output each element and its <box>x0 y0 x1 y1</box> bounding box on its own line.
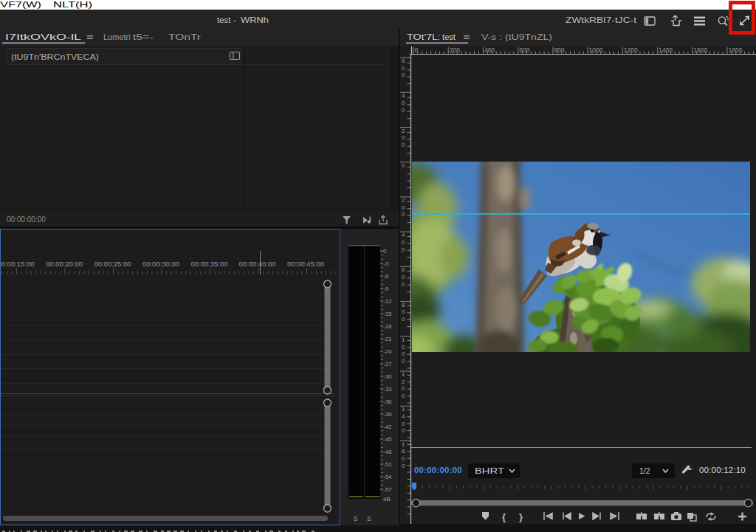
svg-text:0: 0 <box>402 350 405 357</box>
svg-text:TOt'7L: test: TOt'7L: test <box>407 32 456 41</box>
svg-text:-33: -33 <box>383 386 392 393</box>
svg-text:V-s : (tU9TnZL): V-s : (tU9TnZL) <box>481 32 552 41</box>
svg-text:test -: test - <box>217 15 236 24</box>
svg-text:0: 0 <box>402 463 405 469</box>
svg-text:0: 0 <box>383 248 387 255</box>
svg-text:-18: -18 <box>383 323 392 330</box>
svg-text:1: 1 <box>402 441 405 448</box>
svg-text:TOnTr: TOnTr <box>168 32 201 41</box>
svg-text:-45: -45 <box>383 436 392 443</box>
svg-text:-57: -57 <box>383 486 392 493</box>
svg-text:ZWtkRBI7-tJC-t: ZWtkRBI7-tJC-t <box>566 15 636 24</box>
svg-text:6: 6 <box>402 448 405 455</box>
svg-text:4: 4 <box>402 232 405 238</box>
svg-text:0: 0 <box>402 385 405 392</box>
svg-text:2: 2 <box>402 128 405 134</box>
svg-text:0: 0 <box>402 308 405 315</box>
svg-text:600: 600 <box>519 46 529 54</box>
svg-text:0: 0 <box>402 162 405 169</box>
svg-text:4: 4 <box>402 92 405 99</box>
svg-text:-51: -51 <box>383 461 392 468</box>
svg-text:1400: 1400 <box>659 46 673 54</box>
svg-text:-42: -42 <box>383 424 392 430</box>
svg-text:-27: -27 <box>383 361 392 367</box>
svg-text:dB: dB <box>383 496 391 502</box>
svg-text:0: 0 <box>402 358 405 365</box>
svg-text:S: S <box>367 515 371 522</box>
svg-text:WRNh: WRNh <box>241 15 269 24</box>
svg-text:S: S <box>354 515 358 522</box>
svg-text:0: 0 <box>402 65 405 72</box>
svg-text:0: 0 <box>402 134 405 141</box>
svg-text:1200: 1200 <box>624 46 638 54</box>
svg-text:0: 0 <box>402 72 405 78</box>
svg-text:4: 4 <box>402 413 405 420</box>
svg-text:BHRT: BHRT <box>475 466 505 475</box>
svg-text:00:00:12:10: 00:00:12:10 <box>699 466 746 474</box>
svg-text:I7ItkOVkO-lL: I7ItkOVkO-lL <box>5 32 81 41</box>
svg-text:00:00:20:00: 00:00:20:00 <box>46 260 83 268</box>
svg-text:0: 0 <box>402 427 405 434</box>
svg-text:}: } <box>519 511 523 522</box>
svg-text:0: 0 <box>402 344 405 350</box>
svg-text:00:00:30:00: 00:00:30:00 <box>142 260 179 268</box>
svg-text:-6: -6 <box>383 273 389 280</box>
svg-text:-54: -54 <box>383 474 392 480</box>
svg-text:1: 1 <box>402 371 405 378</box>
svg-text:800: 800 <box>554 46 564 54</box>
svg-text:-24: -24 <box>383 348 392 355</box>
svg-text:1: 1 <box>402 406 405 412</box>
svg-text:00:00:15:00: 00:00:15:00 <box>1 260 35 268</box>
svg-text:0: 0 <box>402 421 405 427</box>
svg-text:-48: -48 <box>383 449 392 455</box>
svg-text:2: 2 <box>402 379 405 385</box>
svg-text:(tU9Tn'BRCnTVECA): (tU9Tn'BRCnTVECA) <box>11 53 99 61</box>
svg-text:1600: 1600 <box>693 46 707 54</box>
svg-text:0: 0 <box>402 274 405 280</box>
svg-text:0: 0 <box>402 204 405 211</box>
svg-text:2: 2 <box>402 197 405 204</box>
svg-text:00:00:00:00: 00:00:00:00 <box>414 466 462 474</box>
svg-text:0: 0 <box>402 107 405 114</box>
svg-text:{: { <box>502 511 506 522</box>
svg-text:00:00:45:00: 00:00:45:00 <box>287 260 324 268</box>
svg-text:-9: -9 <box>383 286 389 292</box>
svg-text:0: 0 <box>402 246 405 253</box>
svg-text:6: 6 <box>402 58 405 64</box>
svg-text:0: 0 <box>402 393 405 399</box>
svg-text:0: 0 <box>402 142 405 148</box>
svg-text:0: 0 <box>402 455 405 462</box>
svg-text:8: 8 <box>402 302 405 308</box>
svg-text:00:00:35:00: 00:00:35:00 <box>190 260 227 268</box>
svg-text:-12: -12 <box>383 298 392 305</box>
svg-text:Lumetri t5=-: Lumetri t5=- <box>103 32 154 41</box>
svg-text:6: 6 <box>402 266 405 273</box>
svg-text:0: 0 <box>402 211 405 218</box>
svg-text:-36: -36 <box>383 398 392 405</box>
svg-text:1: 1 <box>402 336 405 343</box>
svg-text:00:00:40:00: 00:00:40:00 <box>238 260 275 268</box>
svg-text:-21: -21 <box>383 336 392 342</box>
svg-text:00:00:00:00: 00:00:00:00 <box>7 215 46 224</box>
svg-text:-15: -15 <box>383 311 392 317</box>
svg-text:1/2: 1/2 <box>639 466 650 475</box>
svg-text:-39: -39 <box>383 411 392 418</box>
svg-text:0: 0 <box>415 46 419 54</box>
svg-text:1800: 1800 <box>729 46 743 54</box>
svg-text:0: 0 <box>402 239 405 246</box>
svg-text:-30: -30 <box>383 373 392 380</box>
svg-text:400: 400 <box>484 46 495 54</box>
svg-text:-3: -3 <box>383 260 389 267</box>
svg-text:200: 200 <box>450 46 460 54</box>
svg-text:NLT(H): NLT(H) <box>53 0 92 9</box>
svg-text:0: 0 <box>402 100 405 106</box>
svg-text:00:00:25:00: 00:00:25:00 <box>94 260 131 268</box>
svg-text:1000: 1000 <box>589 46 603 54</box>
svg-text:0: 0 <box>402 281 405 288</box>
svg-text:7rVF7(W): 7rVF7(W) <box>0 0 41 9</box>
svg-text:0: 0 <box>402 316 405 322</box>
